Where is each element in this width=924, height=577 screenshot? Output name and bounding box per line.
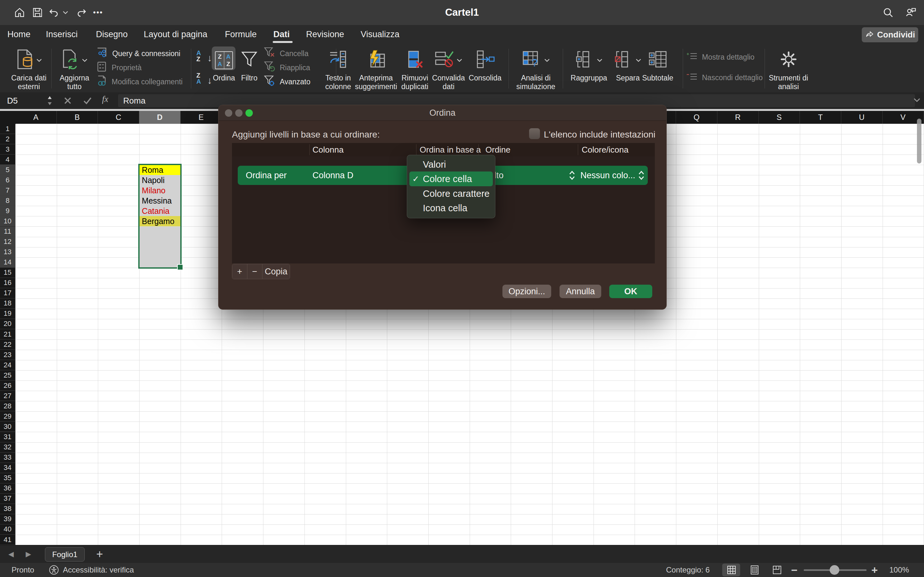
row-header[interactable]: 1 (0, 124, 15, 134)
row-header[interactable]: 13 (0, 247, 15, 258)
color-stepper-icon[interactable] (638, 170, 645, 183)
add-level-button[interactable]: + (232, 264, 247, 279)
row-header[interactable]: 34 (0, 463, 15, 473)
row-header[interactable]: 35 (0, 473, 15, 484)
row-header[interactable]: 8 (0, 195, 15, 206)
name-box-stepper[interactable] (47, 95, 53, 108)
tab-layout[interactable]: Layout di pagina (144, 25, 207, 44)
remove-level-button[interactable]: − (247, 264, 262, 279)
tab-home[interactable]: Home (7, 25, 31, 44)
grid-cell[interactable]: Bergamo (139, 216, 181, 226)
zoom-in-icon[interactable]: + (871, 563, 878, 577)
share-button[interactable]: Condividi (862, 27, 918, 42)
sort-az-button[interactable]: AZ (196, 50, 201, 62)
zoom-level[interactable]: 100% (889, 563, 909, 577)
column-header[interactable]: A (15, 111, 57, 124)
add-sheet-button[interactable]: + (96, 545, 103, 563)
row-header[interactable]: 24 (0, 360, 15, 370)
ok-button[interactable]: OK (609, 285, 652, 298)
what-if-analysis-button[interactable]: ? Analisi di simulazione (511, 47, 561, 91)
sort-order-value[interactable]: lto (494, 166, 504, 185)
remove-duplicates-button[interactable]: Rimuovi duplicati (396, 47, 434, 91)
grid-cell[interactable] (139, 258, 181, 268)
row-header[interactable]: 4 (0, 155, 15, 165)
row-header[interactable]: 5 (0, 165, 15, 175)
row-header[interactable]: 11 (0, 227, 15, 237)
grid-cell[interactable]: Messina (139, 195, 181, 206)
column-header[interactable]: T (800, 111, 841, 124)
row-header[interactable]: 32 (0, 442, 15, 453)
filter-button[interactable]: Filtro (238, 47, 260, 82)
accessibility-status[interactable]: Accessibilità: verifica (63, 563, 134, 577)
copy-level-button[interactable]: Copia (262, 264, 290, 279)
row-header[interactable]: 19 (0, 309, 15, 319)
row-header[interactable]: 26 (0, 380, 15, 391)
row-header[interactable]: 15 (0, 268, 15, 278)
sort-color-value[interactable]: Nessun colo... (580, 166, 635, 185)
row-header[interactable]: 9 (0, 206, 15, 216)
tab-visualizza[interactable]: Visualizza (360, 25, 399, 44)
row-header[interactable]: 14 (0, 258, 15, 268)
vertical-scrollbar[interactable] (917, 119, 921, 163)
flash-fill-button[interactable]: Anteprima suggerimenti (352, 47, 400, 91)
menu-item-colore-cella[interactable]: ✓ Colore cella (407, 172, 495, 186)
sort-za-button[interactable]: ZA (196, 73, 201, 85)
tab-disegno[interactable]: Disegno (96, 25, 128, 44)
grid-cell[interactable] (139, 227, 181, 237)
row-header[interactable]: 3 (0, 144, 15, 155)
grid-cell[interactable] (139, 247, 181, 258)
row-header[interactable]: 31 (0, 432, 15, 442)
row-header[interactable]: 25 (0, 370, 15, 380)
row-header[interactable]: 39 (0, 514, 15, 524)
consolidate-button[interactable]: Consolida (467, 47, 504, 82)
column-header[interactable]: Q (676, 111, 717, 124)
cancel-button[interactable]: Annulla (559, 285, 601, 298)
analysis-tools-button[interactable]: Strumenti di analisi (768, 47, 809, 91)
column-header[interactable]: B (57, 111, 98, 124)
sheet-tab-foglio1[interactable]: Foglio1 (45, 547, 85, 562)
column-header[interactable]: S (759, 111, 800, 124)
column-header[interactable]: E (181, 111, 222, 124)
grid-cell[interactable]: Milano (139, 185, 181, 195)
subtotal-button[interactable]: Subtotale (640, 47, 675, 82)
grid-cell[interactable]: Napoli (139, 175, 181, 185)
row-header[interactable]: 22 (0, 340, 15, 350)
page-break-view-icon[interactable] (772, 563, 782, 577)
refresh-all-button[interactable]: Aggiorna tutto (54, 47, 95, 91)
options-button[interactable]: Opzioni... (502, 285, 551, 298)
minimize-icon[interactable] (235, 109, 242, 117)
column-header[interactable]: R (717, 111, 759, 124)
accessibility-icon[interactable] (49, 563, 59, 577)
column-header[interactable]: C (98, 111, 139, 124)
order-stepper-icon[interactable] (568, 170, 576, 183)
row-header[interactable]: 20 (0, 319, 15, 329)
row-header[interactable]: 21 (0, 329, 15, 340)
normal-view-icon[interactable] (726, 563, 737, 577)
row-header[interactable]: 7 (0, 185, 15, 195)
group-button[interactable]: Raggruppa (567, 47, 611, 82)
row-header[interactable]: 17 (0, 288, 15, 298)
row-header[interactable]: 40 (0, 524, 15, 535)
get-external-data-button[interactable]: Carica dati esterni (5, 47, 53, 91)
queries-connections-button[interactable]: Query & connessioni (96, 47, 180, 60)
confirm-entry-icon[interactable] (82, 96, 92, 107)
column-header[interactable]: D (139, 111, 181, 124)
row-header[interactable]: 27 (0, 391, 15, 401)
column-header[interactable]: U (841, 111, 883, 124)
row-header[interactable]: 2 (0, 134, 15, 144)
tab-formule[interactable]: Formule (225, 25, 257, 44)
search-icon[interactable] (882, 0, 894, 25)
cancel-entry-icon[interactable] (63, 96, 73, 107)
row-header[interactable]: 30 (0, 422, 15, 432)
row-header[interactable]: 38 (0, 504, 15, 514)
row-header[interactable]: 41 (0, 535, 15, 545)
row-header[interactable]: 16 (0, 278, 15, 288)
row-header[interactable]: 10 (0, 216, 15, 226)
data-validation-button[interactable]: Convalida dati (431, 47, 467, 91)
sort-button[interactable]: ZAAZ Ordina (210, 47, 238, 82)
tab-revisione[interactable]: Revisione (306, 25, 344, 44)
grid-cell[interactable]: Roma (139, 165, 181, 175)
row-header[interactable]: 36 (0, 484, 15, 494)
row-header[interactable]: 6 (0, 175, 15, 185)
row-header[interactable]: 12 (0, 237, 15, 247)
